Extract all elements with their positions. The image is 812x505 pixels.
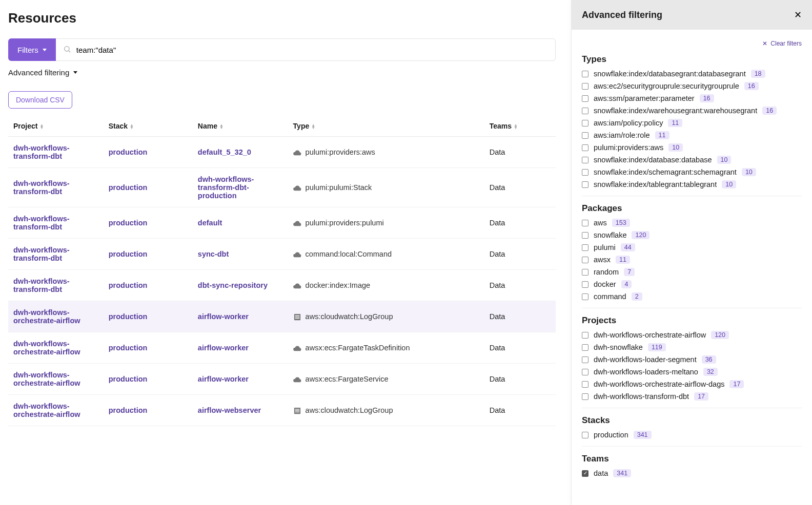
stack-link[interactable]: production — [109, 148, 148, 156]
clear-filters-button[interactable]: ✕ Clear filters — [762, 40, 802, 47]
table-row[interactable]: dwh-workflows-orchestrate-airflowproduct… — [8, 364, 556, 395]
checkbox[interactable] — [582, 108, 588, 114]
filter-item[interactable]: dwh-workflows-loaders-meltano32 — [582, 368, 802, 376]
resource-name-link[interactable]: sync-dbt — [198, 250, 229, 258]
table-row[interactable]: dwh-workflows-transform-dbtproductiondef… — [8, 137, 556, 168]
filter-item[interactable]: snowflake:index/schemagrant:schemagrant1… — [582, 168, 802, 176]
checkbox[interactable] — [582, 144, 588, 151]
checkbox[interactable] — [582, 269, 588, 276]
filter-item[interactable]: aws153 — [582, 219, 802, 227]
filter-item[interactable]: aws:iam/role:role11 — [582, 131, 802, 139]
filter-item[interactable]: snowflake:index/database:database10 — [582, 156, 802, 164]
checkbox[interactable] — [582, 293, 588, 300]
table-row[interactable]: dwh-workflows-orchestrate-airflowproduct… — [8, 332, 556, 364]
resources-table: Project▲▼ Stack▲▼ Name▲▼ Type▲▼ Teams▲▼ … — [8, 116, 556, 426]
column-header-type[interactable]: Type▲▼ — [288, 116, 484, 137]
filter-item[interactable]: aws:ec2/securitygrouprule:securitygroupr… — [582, 82, 802, 90]
stack-link[interactable]: production — [109, 312, 148, 321]
checkbox[interactable] — [582, 381, 588, 388]
close-panel-button[interactable]: ✕ — [794, 9, 802, 20]
filter-item[interactable]: snowflake:index/warehousegrant:warehouse… — [582, 107, 802, 115]
resource-name-link[interactable]: dwh-workflows-transform-dbt-production — [198, 175, 254, 200]
table-row[interactable]: dwh-workflows-transform-dbtproductiondwh… — [8, 168, 556, 207]
checkbox[interactable] — [582, 281, 588, 288]
project-link[interactable]: dwh-workflows-orchestrate-airflow — [13, 308, 80, 325]
checkbox[interactable] — [582, 369, 588, 375]
project-link[interactable]: dwh-workflows-orchestrate-airflow — [13, 340, 80, 356]
advanced-filtering-toggle[interactable]: Advanced filtering — [8, 68, 556, 77]
filter-item[interactable]: dwh-workflows-transform-dbt17 — [582, 392, 802, 401]
download-csv-button[interactable]: Download CSV — [8, 91, 72, 109]
checkbox[interactable] — [582, 220, 588, 226]
filter-item[interactable]: pulumi:providers:aws10 — [582, 143, 802, 152]
checkbox[interactable] — [582, 83, 588, 90]
resource-name-link[interactable]: airflow-webserver — [198, 406, 261, 414]
column-header-project[interactable]: Project▲▼ — [8, 116, 104, 137]
checkbox[interactable] — [582, 432, 588, 438]
checkbox[interactable] — [582, 120, 588, 127]
checkbox[interactable] — [582, 181, 588, 188]
project-link[interactable]: dwh-workflows-orchestrate-airflow — [13, 371, 80, 387]
table-row[interactable]: dwh-workflows-transform-dbtproductionsyn… — [8, 239, 556, 270]
filter-item[interactable]: random7 — [582, 268, 802, 276]
checkbox[interactable] — [582, 332, 588, 339]
checkbox[interactable] — [582, 232, 588, 239]
filter-item[interactable]: dwh-workflows-loader-segment36 — [582, 355, 802, 364]
filter-item[interactable]: snowflake:index/tablegrant:tablegrant10 — [582, 180, 802, 188]
stack-link[interactable]: production — [109, 375, 148, 383]
checkbox[interactable] — [582, 356, 588, 363]
filter-item[interactable]: command2 — [582, 292, 802, 301]
checkbox[interactable] — [582, 71, 588, 77]
project-link[interactable]: dwh-workflows-transform-dbt — [13, 246, 70, 262]
column-header-teams[interactable]: Teams▲▼ — [484, 116, 556, 137]
count-badge: 10 — [742, 168, 756, 176]
resource-name-link[interactable]: dbt-sync-repository — [198, 281, 268, 289]
project-link[interactable]: dwh-workflows-transform-dbt — [13, 179, 70, 196]
filter-item[interactable]: snowflake:index/databasegrant:databasegr… — [582, 70, 802, 78]
filter-item[interactable]: dwh-workflows-orchestrate-airflow-dags17 — [582, 380, 802, 388]
checkbox[interactable] — [582, 344, 588, 351]
checkbox[interactable] — [582, 95, 588, 102]
filter-item[interactable]: aws:iam/policy:policy11 — [582, 119, 802, 127]
stack-link[interactable]: production — [109, 281, 148, 289]
checkbox[interactable] — [582, 393, 588, 400]
project-link[interactable]: dwh-workflows-transform-dbt — [13, 144, 70, 160]
column-header-name[interactable]: Name▲▼ — [193, 116, 288, 137]
checkbox[interactable] — [582, 132, 588, 139]
project-link[interactable]: dwh-workflows-transform-dbt — [13, 277, 70, 293]
table-row[interactable]: dwh-workflows-transform-dbtproductiondef… — [8, 207, 556, 239]
table-row[interactable]: dwh-workflows-transform-dbtproductiondbt… — [8, 270, 556, 301]
filter-item[interactable]: dwh-workflows-orchestrate-airflow120 — [582, 331, 802, 339]
filter-item[interactable]: aws:ssm/parameter:parameter16 — [582, 94, 802, 102]
checkbox[interactable] — [582, 244, 588, 251]
stack-link[interactable]: production — [109, 250, 148, 258]
checkbox[interactable] — [582, 257, 588, 263]
checkbox[interactable] — [582, 470, 588, 477]
stack-link[interactable]: production — [109, 344, 148, 352]
filter-item[interactable]: docker4 — [582, 280, 802, 288]
filter-item[interactable]: dwh-snowflake119 — [582, 343, 802, 351]
filter-item[interactable]: pulumi44 — [582, 243, 802, 251]
resource-name-link[interactable]: default_5_32_0 — [198, 148, 251, 156]
stack-link[interactable]: production — [109, 219, 148, 227]
table-row[interactable]: dwh-workflows-orchestrate-airflowproduct… — [8, 395, 556, 426]
resource-name-link[interactable]: airflow-worker — [198, 312, 249, 321]
search-input[interactable] — [76, 46, 548, 54]
column-header-stack[interactable]: Stack▲▼ — [104, 116, 193, 137]
stack-link[interactable]: production — [109, 406, 148, 414]
filter-item[interactable]: snowflake120 — [582, 231, 802, 239]
resource-name-link[interactable]: airflow-worker — [198, 375, 249, 383]
resource-name-link[interactable]: default — [198, 219, 222, 227]
clear-filters-label: Clear filters — [770, 40, 802, 47]
checkbox[interactable] — [582, 169, 588, 176]
checkbox[interactable] — [582, 157, 588, 163]
resource-name-link[interactable]: airflow-worker — [198, 344, 249, 352]
filter-item[interactable]: data341 — [582, 469, 802, 477]
filter-item[interactable]: production341 — [582, 431, 802, 439]
project-link[interactable]: dwh-workflows-orchestrate-airflow — [13, 402, 80, 418]
project-link[interactable]: dwh-workflows-transform-dbt — [13, 215, 70, 231]
table-row[interactable]: dwh-workflows-orchestrate-airflowproduct… — [8, 301, 556, 332]
stack-link[interactable]: production — [109, 183, 148, 192]
filter-item[interactable]: awsx11 — [582, 256, 802, 264]
filters-button[interactable]: Filters — [8, 38, 56, 61]
